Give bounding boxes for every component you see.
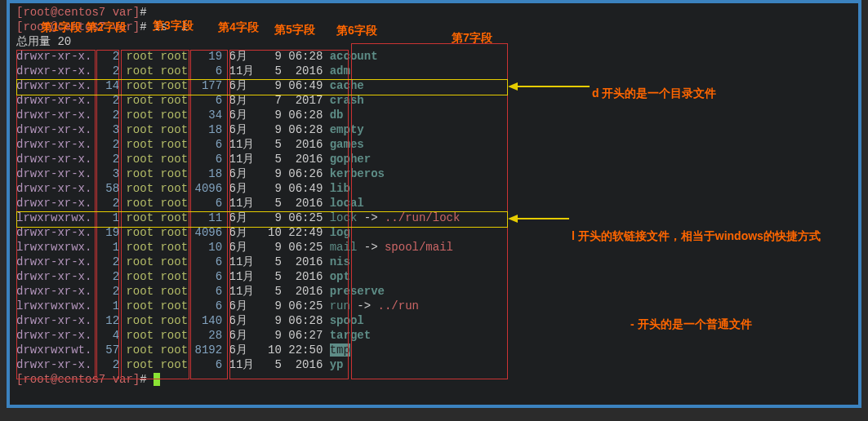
filename: local [330, 197, 364, 210]
perm: drwxr-xr-x. [16, 109, 91, 122]
group: root [160, 79, 194, 92]
owner: root [119, 241, 160, 254]
group: root [160, 182, 194, 195]
perm: drwxr-xr-x. [16, 79, 91, 92]
link-count: 1 [99, 241, 119, 254]
link-count: 58 [99, 182, 119, 195]
owner: root [119, 358, 160, 371]
perm: drwxr-xr-x. [16, 358, 91, 371]
size: 6 [194, 299, 229, 312]
perm: drwxr-xr-x. [16, 329, 91, 342]
filename: adm [330, 64, 350, 78]
perm: drwxr-xr-x. [16, 123, 91, 136]
owner: root [119, 50, 160, 63]
size: 19 [194, 50, 229, 63]
perm: drwxr-xr-x. [16, 153, 91, 166]
date: 11月 5 2016 [229, 64, 330, 78]
link-target: ../run [378, 299, 419, 312]
perm: lrwxrwxrwx. [16, 211, 91, 224]
perm: drwxr-xr-x. [16, 226, 91, 239]
filename: target [330, 329, 371, 342]
group: root [160, 241, 194, 254]
filename: crash [330, 94, 364, 107]
owner: root [119, 329, 160, 342]
owner: root [119, 285, 160, 298]
filename: log [330, 226, 350, 239]
date: 6月 9 06:49 [229, 79, 330, 92]
file-row: drwxr-xr-x. 2 root root 6 11月 5 2016 gam… [16, 137, 852, 152]
date: 11月 5 2016 [229, 358, 330, 371]
link-count: 2 [99, 153, 119, 166]
link-target: spool/mail [385, 241, 453, 254]
date: 6月 9 06:25 [229, 299, 330, 312]
size: 10 [194, 241, 229, 254]
perm: drwxr-xr-x. [16, 255, 91, 268]
group: root [160, 329, 194, 342]
link-count: 4 [99, 329, 119, 342]
size: 18 [194, 123, 229, 136]
size: 6 [194, 94, 229, 107]
link-count: 3 [99, 167, 119, 180]
owner: root [119, 270, 160, 283]
size: 6 [194, 285, 229, 298]
owner: root [119, 182, 160, 195]
size: 34 [194, 109, 229, 122]
file-row: drwxrwxrwt. 57 root root 8192 6月 10 22:5… [16, 343, 852, 357]
filename: run [330, 299, 350, 312]
perm: drwxr-xr-x. [16, 64, 91, 78]
group: root [160, 138, 194, 151]
perm: drwxr-xr-x. [16, 182, 91, 195]
file-row: lrwxrwxrwx. 1 root root 10 6月 9 06:25 ma… [16, 240, 852, 255]
date: 6月 9 06:27 [229, 329, 330, 342]
size: 4096 [194, 226, 229, 239]
file-row: drwxr-xr-x. 2 root root 6 11月 5 2016 adm [16, 64, 852, 78]
date: 11月 5 2016 [229, 153, 330, 166]
date: 11月 5 2016 [229, 138, 330, 151]
owner: root [119, 197, 160, 210]
filename: spool [330, 314, 364, 327]
terminal-window[interactable]: [root@centos7 var]# [root@centos7 var]# … [7, 0, 861, 408]
filename: games [330, 138, 364, 151]
link-count: 2 [99, 270, 119, 283]
filename: tmp [330, 343, 350, 357]
link-count: 2 [99, 197, 119, 210]
group: root [160, 167, 194, 180]
size: 6 [194, 153, 229, 166]
file-row: drwxr-xr-x. 12 root root 140 6月 9 06:28 … [16, 313, 852, 328]
filename: nis [330, 255, 350, 268]
group: root [160, 299, 194, 312]
owner: root [119, 167, 160, 180]
owner: root [119, 343, 160, 357]
link-count: 19 [99, 226, 119, 239]
file-row: drwxr-xr-x. 2 root root 6 11月 5 2016 opt [16, 269, 852, 284]
link-count: 12 [99, 314, 119, 327]
filename: lib [330, 182, 350, 195]
filename: yp [330, 358, 344, 371]
group: root [160, 50, 194, 63]
perm: drwxr-xr-x. [16, 285, 91, 298]
size: 18 [194, 167, 229, 180]
file-row: drwxr-xr-x. 2 root root 6 11月 5 2016 nis [16, 255, 852, 269]
link-arrow: -> [350, 299, 378, 312]
file-listing: drwxr-xr-x. 2 root root 19 6月 9 06:28 ac… [16, 49, 852, 372]
command-line: [root@centos7 var]# ls -l [16, 20, 852, 34]
size: 6 [194, 255, 229, 268]
link-count: 1 [99, 299, 119, 312]
filename: gopher [330, 153, 371, 166]
link-count: 14 [99, 79, 119, 92]
link-count: 2 [99, 64, 119, 78]
date: 11月 5 2016 [229, 197, 330, 210]
group: root [160, 109, 194, 122]
filename: account [330, 50, 378, 63]
owner: root [119, 211, 160, 224]
size: 28 [194, 329, 229, 342]
owner: root [119, 255, 160, 268]
date: 6月 9 06:49 [229, 182, 330, 195]
link-count: 57 [99, 343, 119, 357]
perm: drwxr-xr-x. [16, 167, 91, 180]
size: 6 [194, 138, 229, 151]
date: 11月 5 2016 [229, 270, 330, 283]
owner: root [119, 153, 160, 166]
date: 6月 9 06:28 [229, 50, 330, 63]
date: 8月 7 2017 [229, 94, 330, 107]
